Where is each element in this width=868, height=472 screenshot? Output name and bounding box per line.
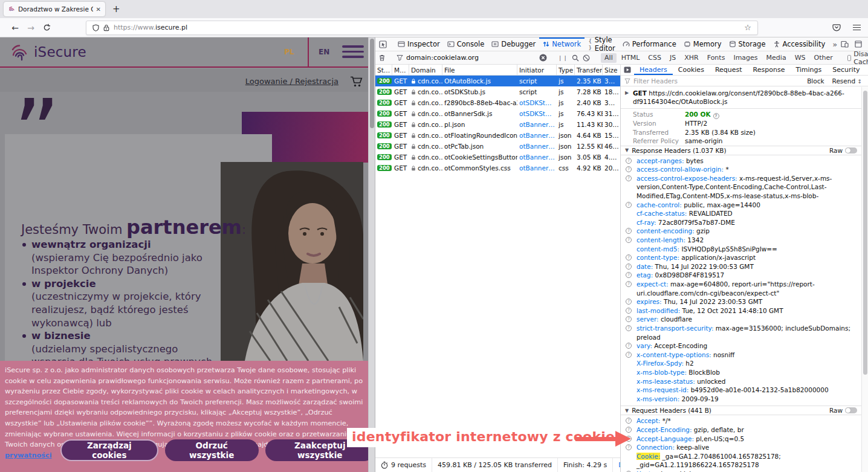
response-header-row[interactable]: X-Firefox-Spdy: h2 — [621, 359, 861, 368]
page-scrollbar-thumb[interactable] — [370, 39, 374, 128]
response-header-row[interactable]: x-ms-lease-status: unlocked — [621, 377, 861, 386]
help-icon[interactable]: ? — [626, 237, 632, 243]
pick-element-icon[interactable] — [375, 37, 390, 51]
response-header-row[interactable]: ?content-type: application/x-javascript — [621, 253, 861, 262]
block-url-button[interactable]: Block — [805, 77, 826, 85]
browser-tab[interactable]: Doradztwo w Zakresie Ochrony Dany ✕ — [4, 2, 105, 16]
request-url-line[interactable]: ▶ GET https://cdn.cookielaw.org/consent/… — [621, 86, 861, 107]
devtools-tab-debugger[interactable]: Debugger — [488, 37, 539, 51]
help-icon[interactable]: ? — [626, 299, 632, 305]
network-request-row[interactable]: 200GETcdn.co…otSDKStub.jsscriptjs7.28 KB… — [375, 86, 620, 97]
manage-cookies-button[interactable]: Zarządzaj cookies — [60, 439, 158, 461]
column-header-initiator[interactable]: Initiator — [517, 65, 557, 75]
network-request-row[interactable]: 200GETcdn.co…otCookieSettingsButton.json… — [375, 152, 620, 163]
column-header-st[interactable]: St… — [375, 65, 392, 75]
help-icon[interactable]: ? — [626, 254, 632, 260]
response-header-row[interactable]: x-ms-version: 2009-09-19 — [621, 395, 861, 404]
filter-pill-images[interactable]: Images — [730, 53, 761, 63]
filter-pill-html[interactable]: HTML — [618, 53, 644, 63]
response-header-row[interactable]: ?content-encoding: gzip — [621, 227, 861, 236]
response-header-row[interactable]: ?strict-transport-security: max-age=3153… — [621, 324, 861, 341]
response-header-row[interactable]: ?server: cloudflare — [621, 315, 861, 324]
url-filter-input[interactable]: domain:cookielaw.org — [397, 54, 536, 62]
request-headers-section[interactable]: ▼ Request Headers (441 B) Raw — [621, 406, 861, 415]
site-menu-icon[interactable] — [342, 45, 364, 58]
help-icon[interactable]: ? — [713, 113, 719, 119]
details-tab-headers[interactable]: Headers — [634, 65, 673, 75]
more-tabs-chevrons-icon[interactable]: » — [829, 40, 841, 49]
help-icon[interactable]: ? — [626, 418, 632, 424]
response-header-row[interactable]: ?access-control-allow-origin: * — [621, 165, 861, 174]
devtools-tab-storage[interactable]: Storage — [725, 37, 769, 51]
filter-pill-fonts[interactable]: Fonts — [704, 53, 729, 63]
app-menu-icon[interactable] — [853, 25, 861, 31]
forward-icon[interactable]: → — [23, 23, 39, 33]
devtools-tab-network[interactable]: Network — [539, 37, 585, 51]
response-header-row[interactable]: ?date: Thu, 14 Jul 2022 19:00:53 GMT — [621, 262, 861, 271]
column-header-size[interactable]: Size — [603, 65, 621, 75]
block-request-icon[interactable] — [583, 54, 590, 62]
request-header-row[interactable]: ?Accept-Language: pl,en-US;q=0.5 — [621, 435, 861, 444]
help-icon[interactable]: ? — [626, 316, 632, 322]
column-header-m[interactable]: M… — [392, 65, 409, 75]
page-scrollbar[interactable] — [368, 37, 375, 472]
network-request-row[interactable]: 200GETcdn.co…otCommonStyles.cssotBanner…… — [375, 163, 620, 173]
filter-pill-ws[interactable]: WS — [791, 53, 809, 63]
help-icon[interactable]: ? — [626, 325, 632, 331]
help-icon[interactable]: ? — [626, 352, 632, 358]
devtools-tab-style-editor[interactable]: { }Style Editor — [585, 37, 619, 51]
clear-filter-icon[interactable] — [539, 54, 547, 62]
help-icon[interactable]: ? — [626, 308, 632, 314]
help-icon[interactable]: ? — [626, 263, 632, 270]
response-header-row[interactable]: content-md5: ISVHQDp8yLpS5h8SniPgIw== — [621, 245, 861, 254]
login-register-link[interactable]: Logowanie / Rejestracja — [245, 77, 338, 86]
details-tab-request[interactable]: Request — [710, 65, 748, 75]
reload-icon[interactable] — [39, 24, 54, 31]
pause-traffic-icon[interactable]: ❘❘ — [558, 55, 568, 61]
response-header-row[interactable]: ?expires: Thu, 14 Jul 2022 23:00:53 GMT — [621, 297, 861, 306]
devtools-tab-accessibility[interactable]: Accessibility — [769, 37, 829, 51]
filter-pill-media[interactable]: Media — [763, 53, 790, 63]
search-icon[interactable] — [572, 54, 579, 62]
headers-scrollbar[interactable] — [861, 87, 868, 472]
reject-all-button[interactable]: Odrzuć wszystkie — [165, 439, 259, 461]
filter-pill-js[interactable]: JS — [666, 53, 679, 63]
help-icon[interactable]: ? — [626, 166, 632, 172]
waterfall-play-icon[interactable] — [624, 66, 631, 73]
response-header-row[interactable]: ?vary: Accept-Encoding — [621, 341, 861, 351]
details-tab-security[interactable]: Security — [827, 65, 865, 75]
clear-requests-trash-icon[interactable] — [378, 54, 386, 62]
filter-headers-input[interactable]: Filter Headers — [633, 77, 678, 85]
response-header-row[interactable]: ?last-modified: Tue, 12 Oct 2021 14:48:1… — [621, 306, 861, 315]
disable-cache-checkbox[interactable]: Disable Cache — [847, 50, 868, 66]
site-logo[interactable]: iSecure — [8, 42, 86, 62]
help-icon[interactable]: ? — [626, 272, 632, 278]
filter-pill-css[interactable]: CSS — [644, 53, 665, 63]
devtools-tab-memory[interactable]: Memory — [680, 37, 725, 51]
request-header-row[interactable]: ?Connection: keep-alive — [621, 443, 861, 452]
devtools-tab-console[interactable]: Console — [444, 37, 488, 51]
request-header-row[interactable]: ?Accept: */* — [621, 416, 861, 425]
lang-switch-en[interactable]: EN — [319, 48, 329, 56]
lang-switch-pl[interactable]: PL — [284, 48, 294, 56]
response-header-row[interactable]: x-ms-blob-type: BlockBlob — [621, 368, 861, 377]
response-header-row[interactable]: x-ms-request-id: b4952d0e-a01e-0014-2132… — [621, 386, 861, 395]
network-request-row[interactable]: 200GETcdn.co…OtAutoBlock.jsscriptjs2.35 … — [375, 76, 620, 86]
details-tab-timings[interactable]: Timings — [790, 65, 827, 75]
network-request-row[interactable]: 200GETcdn.co…otPcTab.jsonotBanner…json12… — [375, 141, 620, 152]
raw-toggle[interactable] — [845, 407, 857, 413]
column-header-domain[interactable]: Domain — [409, 65, 442, 75]
url-bar[interactable]: https://www.isecure.pl ☆ — [86, 21, 758, 35]
devtools-tab-performance[interactable]: Performance — [619, 37, 680, 51]
new-tab-button[interactable]: + — [112, 4, 120, 15]
column-header-type[interactable]: Type — [557, 65, 575, 75]
responsive-design-icon[interactable] — [841, 40, 849, 48]
filter-pill-xhr[interactable]: XHR — [681, 53, 702, 63]
help-icon[interactable]: ? — [626, 202, 632, 208]
response-headers-section[interactable]: ▼ Response Headers (1.037 KB) Raw — [621, 146, 861, 155]
network-request-row[interactable]: 200GETcdn.co…otFloatingRoundedIcon.jsono… — [375, 130, 620, 141]
response-header-row[interactable]: ?etag: 0x8D98D8F4F819517 — [621, 271, 861, 280]
help-icon[interactable]: ? — [626, 158, 632, 164]
response-header-row[interactable]: ?cache-control: public, max-age=14400 — [621, 201, 861, 210]
response-header-row[interactable]: ?x-content-type-options: nosniff — [621, 351, 861, 360]
